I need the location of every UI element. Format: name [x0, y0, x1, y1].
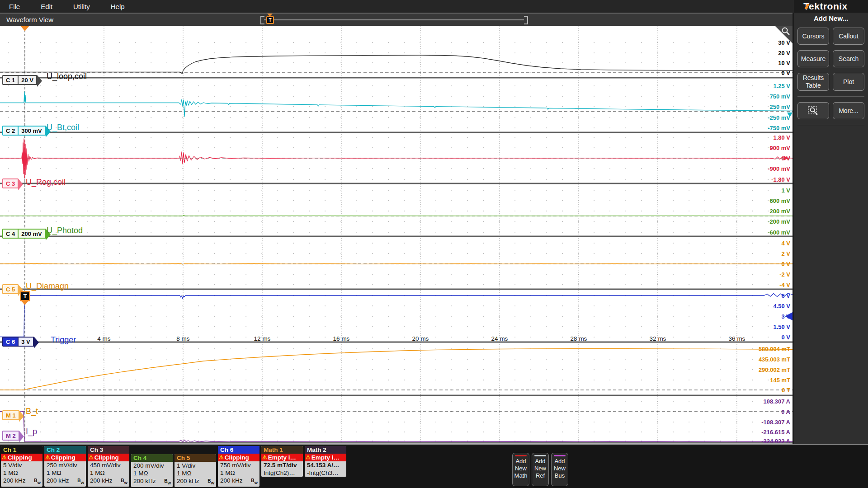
channel-badge-tip — [18, 178, 23, 190]
config-badge-row: 200 kHzBW — [175, 477, 216, 485]
channel-config-badge-ch3[interactable]: Ch 3⚠Clipping450 mV/div1 MΩ200 kHzBW — [88, 446, 129, 487]
tab-waveform-view[interactable]: Waveform View — [6, 16, 53, 23]
channel-label-c5[interactable]: U_Diamagn — [26, 282, 69, 291]
warning-icon: ⚠ — [2, 454, 7, 461]
config-badge-row: 200 kHzBW — [44, 477, 86, 484]
menu-utility[interactable]: Utility — [73, 3, 90, 10]
axis-label-m1: 290.002 mT — [759, 366, 790, 373]
axis-label-c4: -600 mV — [768, 229, 790, 236]
channel-config-badge-math1[interactable]: Math 1⚠Empty i…72.5 mT/divIntg(Ch2)… — [261, 446, 303, 477]
axis-label-c6: 6 V — [781, 292, 790, 299]
channel-badge-id: C 3 — [2, 178, 18, 188]
channel-badge-id: C 4 — [2, 229, 18, 239]
overview-right-bracket[interactable] — [524, 16, 528, 24]
time-label: 8 ms — [176, 335, 190, 342]
axis-label-c1: 10 V — [778, 60, 790, 66]
warning-icon: ⚠ — [306, 454, 311, 461]
oscilloscope-screen: FileEditUtilityHelp Tektronix Waveform V… — [0, 0, 868, 488]
menu-help[interactable]: Help — [111, 3, 125, 10]
add-new-ref-button[interactable]: Add New Ref — [532, 453, 549, 486]
config-badge-row: 1 MΩ — [131, 469, 173, 477]
menu-items: FileEditUtilityHelp — [9, 3, 125, 10]
axis-label-c5: -4 V — [779, 282, 790, 288]
sidebar-button-search[interactable]: Search — [833, 50, 864, 67]
bandwidth-limit-icon: BW — [251, 477, 258, 487]
warning-icon: ⚠ — [89, 454, 94, 461]
channel-label-c2[interactable]: U_Bt,coil — [47, 123, 79, 132]
config-badge-title: Math 1 — [261, 446, 303, 454]
time-label: 20 ms — [412, 335, 429, 342]
overview-trigger-icon[interactable]: T — [266, 16, 274, 24]
channel-badge-c4[interactable]: C 4200 mV — [2, 229, 51, 239]
menu-file[interactable]: File — [9, 3, 20, 10]
clipping-warning: ⚠Clipping — [218, 454, 259, 461]
channel-config-badge-ch4[interactable]: Ch 4200 mV/div1 MΩ200 kHzBW — [131, 454, 173, 487]
add-new-accent — [554, 455, 566, 456]
config-badge-title: Math 2 — [305, 446, 346, 454]
sidebar-button-measure[interactable]: Measure — [797, 50, 829, 67]
channel-badge-id: C 6 — [2, 337, 18, 347]
config-badge-row: 1 V/div — [175, 462, 216, 469]
channel-badge-tip — [34, 337, 39, 348]
sidebar-button-results-table[interactable]: Results Table — [797, 73, 829, 91]
menu-edit[interactable]: Edit — [41, 3, 52, 10]
channel-badge-m1[interactable]: M 1 — [2, 410, 24, 420]
channel-badge-id: M 1 — [2, 410, 19, 420]
channel-badge-c2[interactable]: C 2300 mV — [2, 126, 51, 136]
waveform-plot: 30 V20 V10 V0 V1.25 V750 mV250 mV-250 mV… — [0, 26, 793, 444]
channel-label-c3[interactable]: U_Rog,coil — [26, 178, 66, 187]
axis-label-c3: 1.80 V — [773, 134, 790, 141]
channel-badge-c6[interactable]: C 63 V — [2, 337, 39, 347]
config-badge-row: Intg(Ch2)… — [261, 469, 303, 477]
channel-badge-id: M 2 — [2, 431, 19, 441]
channel-badge-c3[interactable]: C 3 — [2, 178, 23, 188]
channel-config-badge-ch2[interactable]: Ch 2⚠Clipping250 mV/div1 MΩ200 kHzBW — [44, 446, 86, 487]
add-new-heading: Add New... — [797, 14, 864, 22]
add-new-math-button[interactable]: Add New Math — [512, 453, 529, 486]
sidebar-button-plot[interactable]: Plot — [833, 73, 864, 91]
add-new-bus-button[interactable]: Add New Bus — [551, 453, 568, 486]
axis-label-c4: 600 mV — [769, 197, 790, 204]
channel-badge-id: C 5 — [2, 284, 18, 294]
more-button[interactable]: More... — [833, 102, 864, 119]
bottom-bar: Ch 1⚠Clipping5 V/div1 MΩ200 kHzBWCh 2⚠Cl… — [0, 444, 868, 488]
axis-label-m1: 145 mT — [770, 377, 790, 384]
sidebar-button-cursors[interactable]: Cursors — [797, 28, 829, 45]
sidebar-button-callout[interactable]: Callout — [833, 28, 864, 45]
horizontal-overview-bar[interactable]: T — [260, 15, 528, 24]
zoom-select-button[interactable] — [797, 102, 829, 119]
magnifier-icon — [781, 27, 791, 37]
config-badge-row: 54.153 A/… — [305, 461, 346, 469]
channel-label-m1[interactable]: B_t — [26, 407, 38, 416]
channel-label-c1[interactable]: U_loop,coil — [47, 72, 87, 81]
time-label: 32 ms — [650, 335, 666, 342]
config-badge-row: 5 V/div — [1, 461, 42, 469]
config-badge-row: 1 MΩ — [88, 469, 129, 477]
zoom-select-icon — [807, 105, 819, 116]
axis-label-c6: 1.50 V — [773, 324, 790, 330]
channel-config-badge-ch5[interactable]: Ch 51 V/div1 MΩ200 kHzBW — [175, 454, 216, 487]
axis-label-m2: -324.922 A — [761, 438, 790, 444]
channel-badge-tip — [37, 75, 42, 87]
time-label: 24 ms — [491, 335, 508, 342]
config-badge-row: -Intg(Ch3… — [305, 469, 346, 477]
trigger-position-icon[interactable] — [21, 26, 29, 31]
axis-label-c2: 1.25 V — [773, 83, 790, 89]
config-badge-row: 72.5 mT/div — [261, 461, 303, 469]
channel-config-badge-ch6[interactable]: Ch 6⚠Clipping750 mV/div1 MΩ200 kHzBW — [218, 446, 259, 487]
axis-label-c4: 200 mV — [769, 208, 790, 215]
channel-badge-c1[interactable]: C 120 V — [2, 75, 42, 85]
axis-label-c2: 250 mV — [769, 103, 790, 110]
channel-badge-tip — [19, 431, 24, 442]
channel-config-badge-math2[interactable]: Math 2⚠Empty i…54.153 A/…-Intg(Ch3… — [305, 446, 346, 477]
channel-badge-m2[interactable]: M 2 — [2, 431, 24, 441]
bandwidth-limit-icon: BW — [164, 477, 171, 487]
channel-label-c4[interactable]: U_Photod — [47, 226, 83, 235]
axis-label-c5: 0 V — [781, 261, 790, 267]
channel-label-c6[interactable]: Trigger — [51, 335, 76, 345]
trigger-t-badge[interactable]: T — [20, 291, 30, 301]
waveform-view[interactable]: 30 V20 V10 V0 V1.25 V750 mV250 mV-250 mV… — [0, 26, 793, 444]
channel-label-m2[interactable]: I_p — [26, 427, 37, 436]
axis-label-c5: 4 V — [781, 240, 790, 247]
channel-config-badge-ch1[interactable]: Ch 1⚠Clipping5 V/div1 MΩ200 kHzBW — [1, 446, 42, 487]
